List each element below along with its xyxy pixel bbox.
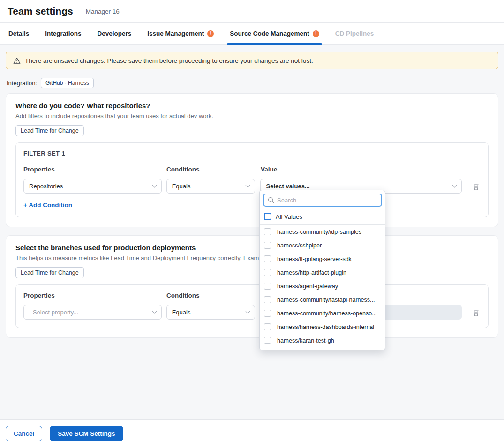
- repo-option[interactable]: harness/ff-golang-server-sdk: [260, 252, 385, 266]
- repo-option[interactable]: harness-community/harness-openso...: [260, 306, 385, 320]
- conditions-select[interactable]: Equals: [166, 305, 256, 320]
- repo-checkbox[interactable]: [264, 310, 271, 317]
- add-condition-link[interactable]: + Add Condition: [23, 201, 72, 209]
- properties-select[interactable]: Repositories: [23, 179, 162, 194]
- repo-option[interactable]: harness/sshpiper: [260, 238, 385, 252]
- team-name: Manager 16: [86, 8, 120, 15]
- repo-option[interactable]: harness-community/fastapi-harness...: [260, 293, 385, 306]
- repo-checkbox[interactable]: [264, 228, 271, 235]
- footer-action-bar: Cancel Save SCM Settings: [0, 419, 504, 447]
- filter-column-headers: Properties Conditions Value: [23, 292, 481, 299]
- repo-checkbox[interactable]: [264, 337, 271, 344]
- filter-set-label: FILTER SET 1: [23, 150, 481, 157]
- cancel-button[interactable]: Cancel: [6, 426, 42, 441]
- repo-checkbox[interactable]: [264, 323, 271, 330]
- conditions-header: Conditions: [166, 292, 256, 299]
- lead-time-chip: Lead Time for Change: [15, 267, 84, 278]
- all-values-label: All Values: [276, 213, 302, 220]
- conditions-select[interactable]: Equals: [166, 179, 256, 194]
- branches-card-title: Select the branches used for production …: [15, 244, 489, 252]
- filter-row: - Select property... - Equals: [23, 305, 481, 320]
- repo-option[interactable]: harness-community/idp-samples: [260, 225, 385, 238]
- chevron-down-icon: [452, 183, 457, 188]
- repositories-card: Where do you code? What repositories? Ad…: [6, 93, 498, 227]
- warning-badge-icon: !: [313, 30, 319, 37]
- tab-source-code-management[interactable]: Source Code Management !: [229, 23, 320, 44]
- value-header: Value: [261, 166, 462, 173]
- dropdown-search: [263, 194, 382, 207]
- repo-checkbox[interactable]: [264, 283, 271, 290]
- repo-option[interactable]: harness/...: [260, 347, 385, 350]
- page-title: Team settings: [8, 6, 73, 17]
- integration-label: Integration:: [7, 80, 37, 87]
- repo-option[interactable]: harness/http-artifact-plugin: [260, 266, 385, 279]
- tab-developers[interactable]: Developers: [97, 23, 133, 44]
- tab-cd-pipelines[interactable]: CD Pipelines: [334, 23, 375, 44]
- warning-badge-icon: !: [207, 30, 214, 37]
- properties-select[interactable]: - Select property... -: [23, 305, 162, 320]
- repositories-card-title: Where do you code? What repositories?: [15, 102, 489, 110]
- branches-filter-set: Properties Conditions Value - Select pro…: [15, 284, 489, 328]
- branches-card-subtitle: This helps us measure metrics like Lead …: [15, 254, 489, 261]
- branches-card: Select the branches used for production …: [6, 235, 498, 338]
- tab-integrations[interactable]: Integrations: [44, 23, 82, 44]
- tab-details[interactable]: Details: [8, 23, 30, 44]
- tab-bar: Details Integrations Developers Issue Ma…: [0, 22, 504, 45]
- title-separator: [80, 7, 80, 15]
- all-values-option[interactable]: All Values: [260, 209, 385, 224]
- repo-checkbox[interactable]: [264, 242, 271, 249]
- repo-checkbox[interactable]: [264, 255, 271, 262]
- unsaved-changes-banner: There are unsaved changes. Please save t…: [6, 52, 498, 69]
- repo-option[interactable]: harness/harness-dashboards-internal: [260, 320, 385, 334]
- repo-checkbox[interactable]: [264, 269, 271, 276]
- tab-issue-management[interactable]: Issue Management !: [146, 23, 215, 44]
- delete-filter-button[interactable]: [471, 308, 481, 317]
- filter-row: Repositories Equals Select values...: [23, 179, 481, 194]
- repositories-card-subtitle: Add filters to include repositories that…: [15, 112, 489, 119]
- banner-text: There are unsaved changes. Please save t…: [25, 57, 313, 64]
- all-values-checkbox[interactable]: [264, 213, 271, 220]
- filter-column-headers: Properties Conditions Value: [23, 166, 481, 173]
- repo-option[interactable]: harness/agent-gateway: [260, 279, 385, 293]
- chevron-down-icon: [246, 183, 250, 188]
- properties-header: Properties: [23, 166, 162, 173]
- repo-checkbox[interactable]: [264, 296, 271, 303]
- warning-triangle-icon: [13, 57, 21, 64]
- trash-icon: [473, 183, 480, 190]
- chevron-down-icon: [152, 183, 157, 188]
- chevron-down-icon: [152, 309, 157, 314]
- properties-header: Properties: [23, 292, 162, 299]
- conditions-header: Conditions: [166, 166, 256, 173]
- lead-time-chip: Lead Time for Change: [15, 125, 84, 136]
- content-area: There are unsaved changes. Please save t…: [0, 45, 504, 419]
- save-scm-settings-button[interactable]: Save SCM Settings: [50, 426, 123, 441]
- search-icon: [268, 197, 274, 203]
- page-header: Team settings Manager 16: [0, 0, 504, 22]
- integration-row: Integration: GitHub - Harness: [7, 78, 504, 88]
- integration-chip[interactable]: GitHub - Harness: [41, 78, 94, 88]
- delete-filter-button[interactable]: [471, 182, 481, 191]
- chevron-down-icon: [246, 309, 250, 314]
- search-input[interactable]: [277, 197, 377, 204]
- filter-set-1: FILTER SET 1 Properties Conditions Value…: [15, 142, 489, 217]
- trash-icon: [473, 309, 480, 316]
- values-dropdown-panel: All Values harness-community/idp-samples…: [259, 190, 385, 350]
- repo-option[interactable]: harness/karan-test-gh: [260, 334, 385, 347]
